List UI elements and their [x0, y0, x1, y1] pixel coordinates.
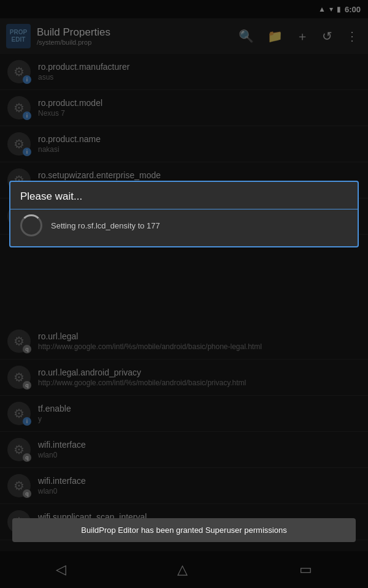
prop-list[interactable]: ⚙iro.product.manufacturerasus⚙iro.produc…: [0, 54, 368, 551]
prop-key: wifi.interface: [38, 476, 361, 486]
item-text: tf.enabley: [38, 404, 361, 423]
item-icon-wrapper: ⚙i: [7, 96, 31, 119]
signal-icon: ▲: [318, 5, 326, 13]
refresh-icon[interactable]: ↺: [318, 25, 336, 47]
item-icon-wrapper: ⚙q: [7, 474, 31, 497]
item-icon-wrapper: ⚙q: [7, 366, 31, 389]
item-text: ro.url.legalhttp://www.google.com/intl/%…: [38, 331, 361, 351]
status-bar: ▲ ▾ ▮ 6:00: [0, 0, 368, 18]
prop-value: wlan0: [38, 487, 361, 496]
nav-bar: ◁ △ ▭: [0, 551, 368, 588]
item-icon-wrapper: ⚙q: [7, 438, 31, 461]
prop-badge: q: [23, 381, 31, 390]
prop-value: nakasi: [38, 145, 361, 154]
prop-key: ro.setupwizard.enterprise_mode: [38, 170, 361, 180]
prop-value: Nexus 7: [38, 109, 361, 118]
prop-key: ro.url.legal.android_privacy: [38, 368, 361, 377]
prop-badge: q: [23, 345, 31, 353]
list-item[interactable]: ⚙itf.enabley: [0, 396, 368, 432]
folder-icon[interactable]: 📁: [264, 25, 286, 47]
dialog-message: Setting ro.sf.lcd_density to 177: [51, 221, 160, 230]
item-text: ro.product.manufacturerasus: [38, 62, 361, 81]
prop-badge: i: [23, 75, 31, 84]
item-icon-wrapper: ⚙i: [7, 132, 31, 156]
prop-key: tf.enable: [38, 404, 361, 413]
app-icon: PROP EDIT: [6, 24, 31, 48]
prop-key: ro.product.name: [38, 134, 361, 144]
item-icon-wrapper: ⚙i: [7, 60, 31, 83]
item-text: ro.product.namenakasi: [38, 134, 361, 154]
prop-value: http://www.google.com/intl/%s/mobile/and…: [38, 342, 361, 351]
search-icon[interactable]: 🔍: [235, 25, 258, 47]
prop-badge: i: [23, 111, 31, 120]
dialog-title: Please wait...: [10, 182, 358, 209]
list-item[interactable]: ⚙qro.url.legalhttp://www.google.com/intl…: [0, 323, 368, 360]
prop-key: ro.product.manufacturer: [38, 62, 361, 72]
toast-message: BuildProp Editor has been granted Superu…: [12, 518, 356, 542]
item-icon-wrapper: ⚙i: [7, 402, 31, 425]
prop-value: wlan0: [38, 451, 361, 459]
prop-badge: q: [23, 489, 31, 498]
prop-badge: i: [23, 417, 31, 426]
app-subtitle: /system/build.prop: [37, 39, 229, 46]
prop-badge: i: [23, 148, 31, 156]
list-item[interactable]: ⚙qwifi.interfacewlan0: [0, 432, 368, 468]
list-item[interactable]: ⚙iro.product.manufacturerasus: [0, 54, 368, 90]
prop-key: ro.product.model: [38, 98, 361, 108]
dialog-body: Setting ro.sf.lcd_density to 177: [10, 209, 358, 246]
item-text: ro.product.modelNexus 7: [38, 98, 361, 118]
back-button[interactable]: ◁: [44, 556, 79, 584]
more-icon[interactable]: ⋮: [342, 25, 362, 47]
loading-spinner: [20, 214, 42, 236]
item-text: wifi.interfacewlan0: [38, 440, 361, 459]
item-icon-wrapper: ⚙q: [7, 330, 31, 353]
prop-value: http://www.google.com/intl/%s/mobile/and…: [38, 379, 361, 387]
list-item[interactable]: ⚙iro.product.namenakasi: [0, 126, 368, 162]
list-item[interactable]: ⚙qwifi.interfacewlan0: [0, 468, 368, 504]
app-title-block: Build Properties /system/build.prop: [37, 26, 229, 46]
prop-key: ro.url.legal: [38, 331, 361, 341]
prop-value: y: [38, 415, 361, 423]
app-title: Build Properties: [37, 26, 229, 39]
battery-icon: ▮: [337, 5, 341, 13]
list-item[interactable]: ⚙iro.product.modelNexus 7: [0, 90, 368, 126]
prop-badge: q: [23, 453, 31, 462]
item-text: ro.url.legal.android_privacyhttp://www.g…: [38, 368, 361, 387]
item-text: wifi.interfacewlan0: [38, 476, 361, 496]
home-button[interactable]: △: [165, 556, 200, 584]
wait-dialog: Please wait... Setting ro.sf.lcd_density…: [9, 181, 359, 247]
add-icon[interactable]: ＋: [293, 24, 312, 48]
app-bar: PROP EDIT Build Properties /system/build…: [0, 18, 368, 54]
prop-key: wifi.interface: [38, 440, 361, 450]
list-item[interactable]: ⚙qro.url.legal.android_privacyhttp://www…: [0, 360, 368, 396]
recents-button[interactable]: ▭: [287, 556, 324, 584]
status-time: 6:00: [345, 5, 361, 14]
wifi-icon: ▾: [329, 5, 333, 13]
prop-value: asus: [38, 73, 361, 81]
